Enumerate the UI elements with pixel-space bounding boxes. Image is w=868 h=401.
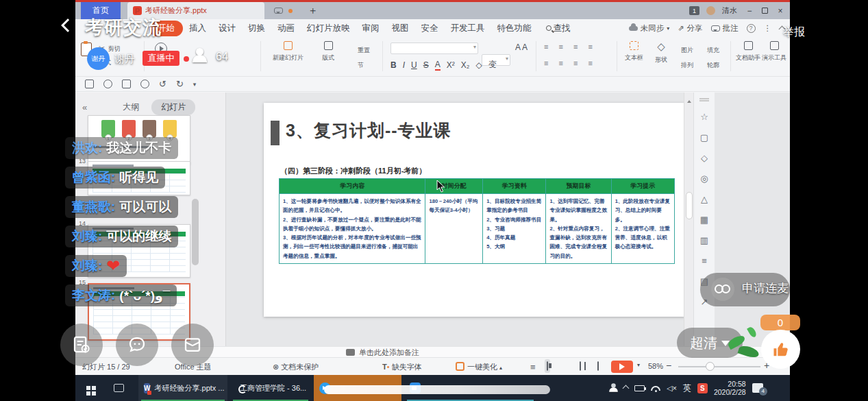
panel-drag-handle[interactable] <box>699 98 709 99</box>
highlight-button[interactable]: ◇ <box>475 60 482 70</box>
layout-button[interactable]: 版式 <box>322 41 334 62</box>
close-button[interactable]: × <box>775 6 786 16</box>
section-button[interactable]: 节 <box>358 58 364 70</box>
smartart-icon[interactable]: ◎ <box>694 173 715 184</box>
text-effect-button[interactable]: 变 <box>488 59 497 71</box>
help-button[interactable]: ? <box>747 24 756 33</box>
print-preview-icon[interactable] <box>140 80 149 88</box>
back-chevron-icon[interactable] <box>61 19 75 32</box>
editor-scrollbar[interactable] <box>684 93 693 346</box>
bold-button[interactable]: B <box>390 60 397 70</box>
paste-button[interactable] <box>81 42 92 56</box>
slide-canvas[interactable]: 3、复习计划--专业课 （四）第三阶段：冲刺阶段（11月初-考前） 学习内容 时… <box>264 103 685 317</box>
zoom-in-button[interactable]: + <box>764 360 769 371</box>
picture-button[interactable]: 图片 <box>681 42 693 55</box>
panel-scrollbar-thumb[interactable] <box>192 199 199 265</box>
resource-star-icon[interactable]: ☆ <box>694 112 715 122</box>
account-name[interactable]: 清水 <box>722 5 737 16</box>
menu-tab-insert[interactable]: 插入 <box>189 23 206 34</box>
shape-button[interactable]: ◇形状 <box>655 41 667 64</box>
fill-button[interactable]: 填充 <box>707 42 719 55</box>
minimize-button[interactable]: − <box>744 6 755 16</box>
tab-slides[interactable]: 幻灯片 <box>151 99 195 115</box>
menu-tab-animation[interactable]: 动画 <box>277 23 295 34</box>
superscript-button[interactable]: X² <box>447 60 455 70</box>
play-options-caret[interactable]: ▾ <box>637 362 640 368</box>
format-painter-button[interactable]: 格式 <box>99 55 111 67</box>
taskbar-item-wps[interactable]: W 考研经验分享.pptx ... <box>138 375 227 401</box>
more-menu-button[interactable]: ⋮ <box>764 23 772 33</box>
account-avatar[interactable] <box>706 6 715 15</box>
font-grow-shrink[interactable]: A A <box>515 42 528 52</box>
font-color-button[interactable]: A <box>435 60 441 71</box>
underline-button[interactable]: U <box>411 60 417 70</box>
clock[interactable]: 20:582020/2/28 <box>714 380 746 396</box>
menu-tab-slideshow[interactable]: 幻灯片放映 <box>307 23 350 34</box>
font-name-select[interactable] <box>390 42 478 54</box>
doc-assistant-button[interactable]: 文档助手 <box>736 41 760 62</box>
find-button[interactable]: 查找 <box>546 23 571 34</box>
battery-icon[interactable] <box>634 385 645 391</box>
subscript-button[interactable]: X₂ <box>461 60 470 70</box>
reading-view-button[interactable] <box>580 361 581 371</box>
slide-thumbnail-13[interactable] <box>88 161 190 195</box>
action-center-icon[interactable]: 4 <box>752 383 763 393</box>
share-button[interactable]: ⇗分享 <box>678 23 702 34</box>
strikethrough-button[interactable]: S <box>423 60 429 70</box>
slide-thumbnail-12[interactable]: 1 2 3 4 <box>88 115 190 165</box>
input-language[interactable]: 英 <box>683 382 691 394</box>
textbox-button[interactable]: 文本框 <box>625 41 643 62</box>
chart-icon[interactable]: ▥ <box>694 235 715 245</box>
task-view-button[interactable] <box>108 375 129 401</box>
output-icon[interactable] <box>103 80 112 88</box>
present-tools-button[interactable]: 演示工具 <box>762 41 786 62</box>
zoom-slider-knob[interactable] <box>706 362 715 371</box>
new-slide-button[interactable]: 新建幻灯片 <box>273 41 303 62</box>
beautify-button[interactable]: 一键美化 ▴ <box>456 362 502 372</box>
redo-button[interactable]: ↻ <box>176 79 184 89</box>
object-panel-icon[interactable]: ▤ <box>694 276 715 287</box>
start-button[interactable] <box>81 375 96 401</box>
table-icon[interactable]: ▦ <box>694 215 715 225</box>
hidden-icons-chevron[interactable] <box>623 385 630 391</box>
bullet-list-group[interactable]: ≡ ≡ ≡ ≡ <box>544 42 597 51</box>
comment-button[interactable]: 批注 <box>711 23 739 34</box>
slides-switch-icon[interactable]: ▢ <box>694 132 715 143</box>
volume-muted-icon[interactable]: ◁× <box>667 384 677 393</box>
outline-button[interactable]: 轮廓 <box>707 58 719 70</box>
menu-tab-transition[interactable]: 切换 <box>248 23 265 34</box>
adjust-icon[interactable]: ≡ <box>694 256 715 266</box>
undo-button[interactable]: ↺ <box>159 79 166 89</box>
shapes-icon[interactable]: ◇ <box>694 153 715 163</box>
notes-view-icon[interactable]: ≡ <box>530 362 536 372</box>
menu-tab-security[interactable]: 安全 <box>421 23 438 34</box>
menu-tab-home[interactable]: 开始 <box>149 21 183 36</box>
pyramid-icon[interactable]: △ <box>694 194 715 204</box>
sogou-ime-icon[interactable]: S <box>697 383 708 393</box>
restore-button[interactable] <box>762 8 768 14</box>
scroll-up-arrow[interactable] <box>687 98 691 103</box>
menu-tab-devtools[interactable]: 开发工具 <box>451 23 485 34</box>
menu-tab-design[interactable]: 设计 <box>219 23 236 34</box>
comment-balloon-icon[interactable] <box>274 8 283 14</box>
align-group[interactable]: ≡ ≡ ≡ ≡ <box>544 59 597 67</box>
missing-font-status[interactable]: T• 缺失字体 <box>382 362 422 372</box>
zoom-level[interactable]: 58% <box>648 362 663 370</box>
menu-tab-view[interactable]: 视图 <box>392 23 409 34</box>
italic-button[interactable]: I <box>403 60 405 70</box>
tab-outline[interactable]: 大纲 <box>123 101 139 113</box>
menu-tab-review[interactable]: 审阅 <box>362 23 380 34</box>
slide-thumbnail-15-selected[interactable] <box>88 283 190 341</box>
normal-view-button[interactable] <box>547 361 548 371</box>
cut-button[interactable]: ✂ 剪切 <box>99 41 121 53</box>
reset-button[interactable]: 重置 <box>358 42 370 55</box>
tab-document[interactable]: P 考研经验分享.pptx <box>127 2 264 19</box>
menu-tab-special[interactable]: 特色功能 <box>497 23 532 34</box>
protect-status[interactable]: ⊗ 文档未保护 <box>273 362 319 372</box>
export-icon[interactable]: ↗ <box>694 297 715 307</box>
scrollbar-thumb[interactable] <box>686 192 693 219</box>
panel-collapse-button[interactable]: « <box>82 102 87 112</box>
sync-button[interactable]: 未同步▾ <box>629 23 670 34</box>
save-icon[interactable] <box>85 80 94 88</box>
zoom-slider-track[interactable] <box>678 366 760 367</box>
